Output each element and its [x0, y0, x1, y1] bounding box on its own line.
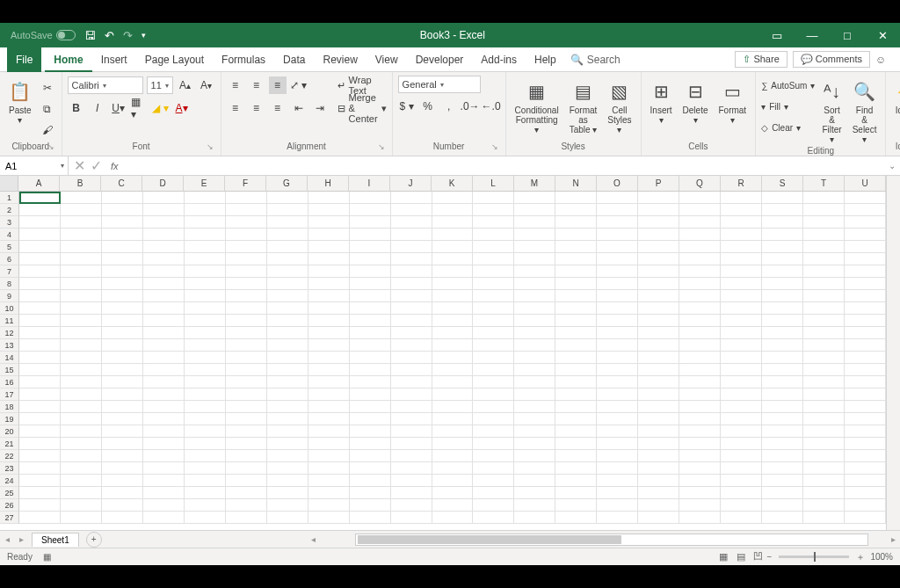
cell[interactable] [679, 388, 721, 401]
fill-color-icon[interactable]: ◢ ▾ [152, 99, 170, 117]
formula-input[interactable] [124, 156, 884, 175]
cell[interactable] [267, 438, 308, 450]
cell[interactable] [226, 241, 267, 253]
cell[interactable] [803, 327, 845, 339]
cell[interactable] [597, 413, 638, 425]
cell[interactable] [143, 204, 185, 216]
cell[interactable] [19, 425, 61, 438]
cell[interactable] [19, 438, 61, 450]
cell[interactable] [432, 462, 474, 475]
percent-icon[interactable]: % [419, 98, 437, 115]
cell[interactable] [721, 364, 762, 376]
cell[interactable] [803, 315, 845, 327]
cell[interactable] [61, 229, 102, 241]
cell[interactable] [185, 327, 226, 339]
page-break-view-icon[interactable]: 凹 [750, 550, 767, 563]
cell[interactable] [762, 401, 803, 413]
row-header[interactable]: 4 [0, 229, 19, 241]
cell[interactable] [102, 241, 143, 253]
cell[interactable] [721, 241, 762, 253]
cell[interactable] [514, 487, 555, 499]
cell[interactable] [597, 192, 638, 204]
cell[interactable] [391, 339, 432, 352]
cell[interactable] [845, 315, 886, 327]
row-header[interactable]: 12 [0, 327, 19, 339]
cell[interactable] [102, 487, 143, 499]
cell[interactable] [226, 339, 267, 352]
sheet-nav-next-icon[interactable]: ▸ [14, 534, 28, 544]
cell[interactable] [102, 192, 143, 204]
cell[interactable] [102, 302, 143, 315]
cell[interactable] [391, 475, 432, 487]
column-header-c[interactable]: C [101, 176, 142, 191]
cell[interactable] [473, 352, 514, 364]
cell[interactable] [61, 388, 102, 401]
cell[interactable] [226, 204, 267, 216]
cell[interactable] [555, 253, 597, 265]
cell[interactable] [391, 413, 432, 425]
cell[interactable] [226, 401, 267, 413]
cell[interactable] [679, 204, 721, 216]
cell[interactable] [19, 265, 61, 278]
cell[interactable] [803, 229, 845, 241]
cell[interactable] [597, 253, 638, 265]
cell[interactable] [350, 413, 391, 425]
cell[interactable] [514, 388, 555, 401]
cell[interactable] [350, 376, 391, 388]
cell[interactable] [514, 315, 555, 327]
cell[interactable] [473, 401, 514, 413]
cell[interactable] [762, 364, 803, 376]
cell[interactable] [226, 216, 267, 229]
cell[interactable] [762, 278, 803, 290]
cell[interactable] [61, 290, 102, 302]
cell[interactable] [185, 339, 226, 352]
cell[interactable] [679, 229, 721, 241]
cell[interactable] [555, 413, 597, 425]
cell[interactable] [803, 265, 845, 278]
cell[interactable] [102, 253, 143, 265]
cell[interactable] [308, 229, 350, 241]
cell[interactable] [762, 302, 803, 315]
cell[interactable] [803, 499, 845, 512]
tab-view[interactable]: View [367, 47, 407, 72]
cell[interactable] [803, 401, 845, 413]
cell[interactable] [721, 438, 762, 450]
cell[interactable] [432, 241, 474, 253]
cell[interactable] [432, 450, 474, 462]
cell[interactable] [597, 376, 638, 388]
hscroll-right-icon[interactable]: ▸ [886, 534, 900, 544]
cell[interactable] [597, 512, 638, 524]
cell[interactable] [143, 438, 185, 450]
cell[interactable] [845, 487, 886, 499]
cell[interactable] [19, 339, 61, 352]
tab-developer[interactable]: Developer [407, 47, 473, 72]
cell[interactable] [226, 425, 267, 438]
cell[interactable] [638, 401, 679, 413]
comments-button[interactable]: 💬 Comments [793, 51, 870, 68]
cell[interactable] [19, 487, 61, 499]
cell[interactable] [803, 278, 845, 290]
cell[interactable] [185, 462, 226, 475]
cell[interactable] [679, 265, 721, 278]
row-header[interactable]: 21 [0, 438, 19, 450]
cell[interactable] [432, 315, 474, 327]
cell[interactable] [473, 204, 514, 216]
cell[interactable] [473, 450, 514, 462]
cell[interactable] [432, 265, 474, 278]
cell[interactable] [185, 290, 226, 302]
cell[interactable] [721, 413, 762, 425]
increase-indent-icon[interactable]: ⇥ [311, 99, 329, 117]
cell[interactable] [226, 229, 267, 241]
increase-font-icon[interactable]: A▴ [177, 76, 194, 94]
tab-insert[interactable]: Insert [92, 47, 136, 72]
cell[interactable] [308, 327, 350, 339]
cell[interactable] [638, 253, 679, 265]
cell[interactable] [555, 512, 597, 524]
cell[interactable] [391, 204, 432, 216]
cell[interactable] [721, 290, 762, 302]
cell[interactable] [102, 364, 143, 376]
cell[interactable] [19, 462, 61, 475]
cell[interactable] [350, 278, 391, 290]
close-icon[interactable]: ✕ [865, 29, 900, 42]
merge-center-button[interactable]: ⊟ Merge & Center ▾ [338, 98, 387, 118]
